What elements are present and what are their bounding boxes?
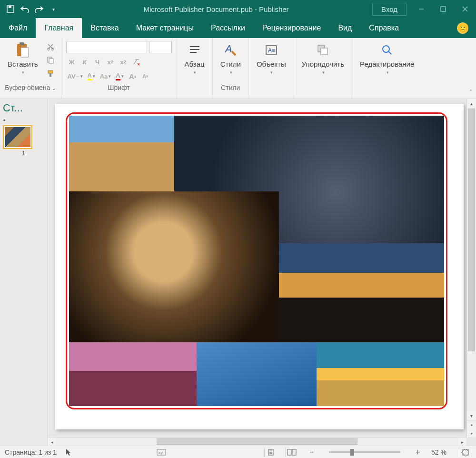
page-thumbnail[interactable] (3, 125, 32, 149)
collage-image-ocean-sunset[interactable] (317, 342, 444, 406)
tab-review[interactable]: Рецензирование (254, 18, 330, 38)
prev-page-icon[interactable]: ⬥ (467, 420, 476, 428)
scroll-left-icon[interactable]: ◂ (48, 438, 56, 446)
clipboard-icon (15, 42, 31, 58)
status-bar: Страница: 1 из 1 xy − + 52 % (0, 446, 476, 458)
scroll-thumb-h[interactable] (157, 438, 357, 445)
page-indicator[interactable]: Страница: 1 из 1 (5, 448, 57, 456)
minimize-button[interactable] (410, 0, 432, 18)
collage-image-bokeh[interactable] (279, 243, 444, 342)
collage-image-tulips[interactable] (69, 342, 197, 406)
chevron-left-icon[interactable]: ◂ (3, 117, 44, 122)
qat-customize-icon[interactable]: ▾ (47, 2, 60, 16)
tab-help[interactable]: Справка (360, 18, 407, 38)
fit-page-icon[interactable] (459, 448, 471, 457)
canvas-area: ▴ ▾ ⬥ ⬥ ◂ ▸ (48, 99, 476, 446)
objects-button[interactable]: A≡ Объекты ▾ (254, 41, 289, 76)
cut-icon[interactable] (45, 41, 56, 52)
font-name-combo[interactable] (66, 41, 147, 53)
svg-rect-10 (49, 59, 53, 64)
scroll-thumb[interactable] (468, 109, 475, 351)
superscript-button[interactable]: x2 (118, 56, 129, 68)
svg-rect-20 (321, 48, 327, 55)
save-icon[interactable] (4, 2, 17, 16)
ribbon-group-styles: A Стили ▾ Стили (213, 38, 249, 99)
chevron-down-icon: ▾ (230, 70, 232, 75)
collage-image-surfer[interactable] (197, 342, 317, 406)
highlight-button[interactable]: A▾ (86, 70, 97, 82)
svg-rect-12 (50, 73, 51, 77)
two-page-view-icon[interactable] (285, 448, 298, 457)
underline-button[interactable]: Ч (92, 56, 103, 68)
ribbon-group-font: Ж К Ч x2 x2 AV↔▾ A▾ Aa▾ A▾ A▴ A▾ Шрифт (61, 38, 177, 99)
image-collage (69, 116, 444, 406)
title-bar: ▾ Microsoft Publisher Document.pub - Pub… (0, 0, 476, 18)
tab-insert[interactable]: Вставка (82, 18, 127, 38)
collage-image-cheetah[interactable] (69, 191, 279, 342)
svg-text:A≡: A≡ (268, 47, 275, 54)
subscript-button[interactable]: x2 (105, 56, 116, 68)
shrink-font-button[interactable]: A▾ (139, 70, 151, 82)
zoom-out-button[interactable]: − (306, 448, 316, 457)
zoom-slider[interactable] (329, 451, 400, 453)
zoom-level[interactable]: 52 % (431, 448, 446, 456)
ribbon-group-clipboard: Вставить ▾ Буфер обмена ⌄ (0, 38, 61, 99)
page-canvas[interactable] (55, 104, 464, 429)
arrange-label: Упорядочить (302, 60, 344, 68)
next-page-icon[interactable]: ⬥ (467, 428, 476, 437)
tab-home[interactable]: Главная (36, 18, 82, 38)
scroll-right-icon[interactable]: ▸ (458, 438, 466, 446)
clear-formatting-icon[interactable] (130, 56, 142, 68)
change-case-button[interactable]: Aa▾ (99, 70, 113, 82)
scroll-down-icon[interactable]: ▾ (467, 411, 476, 420)
copy-icon[interactable] (45, 54, 56, 66)
paragraph-button[interactable]: Абзац ▾ (182, 41, 208, 76)
scroll-track[interactable] (467, 108, 476, 411)
pages-pane-title: Ст... (3, 102, 23, 114)
grow-font-button[interactable]: A▴ (127, 70, 138, 82)
font-size-combo[interactable] (149, 41, 172, 53)
feedback-smiley-icon[interactable]: 🙂 (457, 22, 468, 34)
collapse-ribbon-icon[interactable]: ˄ (469, 89, 472, 96)
styles-icon: A (222, 42, 238, 58)
italic-button[interactable]: К (79, 56, 90, 68)
chevron-down-icon: ▾ (194, 70, 196, 75)
ribbon-group-arrange: Упорядочить ▾ (294, 38, 352, 99)
tab-page-layout[interactable]: Макет страницы (128, 18, 202, 38)
search-icon (379, 42, 395, 58)
single-page-view-icon[interactable] (264, 448, 277, 457)
objects-label: Объекты (257, 60, 286, 68)
maximize-button[interactable] (432, 0, 454, 18)
undo-icon[interactable] (18, 2, 31, 16)
zoom-slider-handle[interactable] (350, 449, 354, 456)
svg-rect-3 (441, 7, 446, 11)
redo-icon[interactable] (32, 2, 46, 16)
tab-mailings[interactable]: Рассылки (202, 18, 254, 38)
editing-button[interactable]: Редактирование ▾ (357, 41, 417, 76)
group-label-font: Шрифт (66, 82, 172, 94)
scroll-track-h[interactable] (56, 438, 458, 446)
svg-rect-6 (21, 48, 29, 57)
format-painter-icon[interactable] (45, 68, 56, 79)
scroll-up-icon[interactable]: ▴ (467, 99, 476, 108)
close-button[interactable] (454, 0, 476, 18)
bold-button[interactable]: Ж (66, 56, 78, 68)
font-color-button[interactable]: A▾ (114, 70, 125, 82)
char-spacing-button[interactable]: AV↔▾ (66, 70, 84, 82)
signin-button[interactable]: Вход (372, 3, 407, 16)
zoom-in-button[interactable]: + (413, 448, 423, 457)
arrange-button[interactable]: Упорядочить ▾ (299, 41, 347, 76)
collage-image-desert[interactable] (69, 116, 174, 191)
editing-label: Редактирование (360, 60, 414, 68)
tab-file[interactable]: Файл (0, 18, 36, 38)
paste-button[interactable]: Вставить ▾ (5, 41, 41, 76)
styles-button[interactable]: A Стили ▾ (218, 41, 244, 76)
ribbon-group-paragraph: Абзац ▾ (177, 38, 213, 99)
pointer-mode-icon[interactable] (65, 448, 72, 456)
svg-point-21 (383, 46, 389, 52)
tab-view[interactable]: Вид (329, 18, 360, 38)
horizontal-scrollbar[interactable]: ◂ ▸ (48, 437, 466, 446)
svg-rect-5 (20, 42, 24, 45)
vertical-scrollbar[interactable]: ▴ ▾ ⬥ ⬥ (466, 99, 476, 437)
pages-pane: Ст... ◂ 1 (0, 99, 48, 446)
